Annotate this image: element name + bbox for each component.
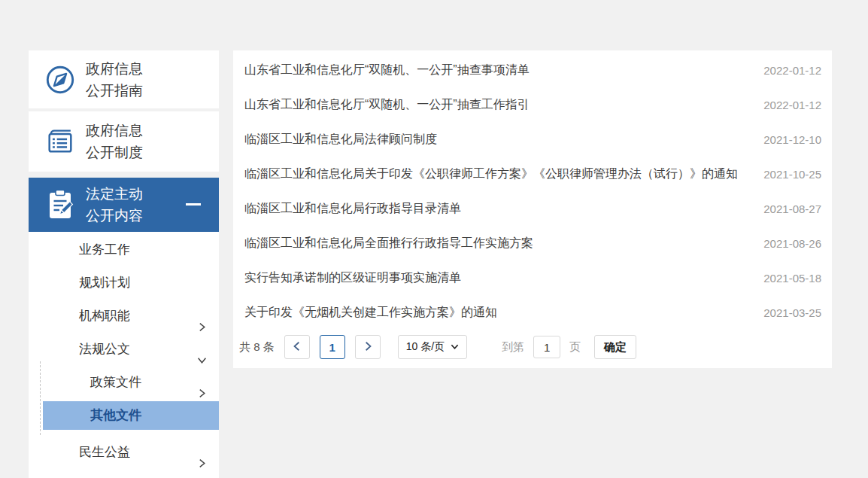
document-title-link[interactable]: 临淄区工业和信息化局关于印发《公职律师工作方案》《公职律师管理办法（试行）》的通… (244, 166, 754, 182)
chevron-right-icon (197, 448, 207, 478)
goto-page-input[interactable] (533, 336, 560, 358)
document-date: 2021-10-25 (763, 168, 821, 181)
page-size-select[interactable]: 10 条/页 (398, 335, 467, 359)
sidebar-section-header[interactable]: 法定主动公开内容 (29, 178, 219, 232)
document-title-link[interactable]: 临淄区工业和信息化局行政指导目录清单 (244, 201, 754, 217)
sidebar-item-other-documents[interactable]: 其他文件 (43, 401, 219, 430)
minus-icon[interactable] (186, 203, 201, 206)
chevron-left-icon (292, 341, 302, 354)
document-date: 2021-05-18 (763, 272, 821, 285)
document-date: 2021-12-10 (763, 133, 821, 146)
document-title-link[interactable]: 关于印发《无烟机关创建工作实施方案》的通知 (244, 305, 754, 321)
menu-label: 机构职能 (79, 309, 130, 323)
prev-page-button[interactable] (284, 335, 310, 359)
document-date: 2021-08-27 (763, 202, 821, 215)
document-title-link[interactable]: 临淄区工业和信息化局法律顾问制度 (244, 132, 754, 148)
menu-label: 业务工作 (79, 242, 130, 257)
sidebar-card-guide[interactable]: 政府信息公开指南 (29, 50, 219, 108)
document-title-link[interactable]: 山东省工业和信息化厅“双随机、一公开”抽查事项清单 (244, 62, 754, 78)
chevron-right-icon (363, 341, 373, 354)
sidebar-item-planning[interactable]: 规划计划 (29, 266, 219, 300)
list-item[interactable]: 临淄区工业和信息化局全面推行行政指导工作实施方案 2021-08-26 (233, 226, 832, 260)
list-item[interactable]: 临淄区工业和信息化局行政指导目录清单 2021-08-27 (233, 191, 832, 226)
pagination-bar: 共 8 条 1 10 条/页 到第 页 确定 (233, 335, 832, 359)
list-item[interactable]: 临淄区工业和信息化局关于印发《公职律师工作方案》《公职律师管理办法（试行）》的通… (233, 157, 832, 191)
document-title-link[interactable]: 临淄区工业和信息化局全面推行行政指导工作实施方案 (244, 236, 754, 251)
book-icon (44, 126, 77, 157)
sidebar-item-regulations[interactable]: 法规公文 (29, 333, 219, 366)
chevron-down-icon (451, 341, 459, 353)
clipboard-pen-icon (44, 188, 77, 221)
next-page-button[interactable] (355, 335, 381, 359)
document-date: 2022-01-12 (763, 64, 821, 77)
goto-page-suffix: 页 (569, 340, 581, 355)
list-item[interactable]: 临淄区工业和信息化局法律顾问制度 2021-12-10 (233, 122, 832, 157)
sidebar-item-organization[interactable]: 机构职能 (29, 300, 219, 333)
page-number-button[interactable]: 1 (320, 335, 345, 359)
list-item[interactable]: 山东省工业和信息化厅“双随机、一公开”抽查事项清单 2022-01-12 (233, 53, 832, 87)
sidebar-item-livelihood[interactable]: 民生公益 (29, 436, 219, 469)
list-item[interactable]: 山东省工业和信息化厅“双随机、一公开”抽查工作指引 2022-01-12 (233, 87, 832, 122)
confirm-button[interactable]: 确定 (594, 335, 636, 359)
document-title-link[interactable]: 实行告知承诺制的区级证明事项实施清单 (244, 270, 754, 286)
guide-label: 政府信息公开指南 (86, 58, 143, 102)
menu-label: 规划计划 (79, 276, 130, 290)
menu-label: 其他文件 (90, 408, 141, 422)
goto-page-prefix: 到第 (502, 340, 524, 355)
sidebar-item-business-work[interactable]: 业务工作 (29, 233, 219, 266)
sidebar-item-policy-documents[interactable]: 政策文件 (29, 366, 219, 399)
document-date: 2022-01-12 (763, 99, 821, 111)
menu-label: 民生公益 (79, 445, 130, 459)
sidebar-card-system[interactable]: 政府信息公开制度 (29, 111, 219, 172)
menu-label: 法规公文 (79, 342, 130, 356)
document-date: 2021-03-25 (763, 306, 821, 319)
system-label: 政府信息公开制度 (86, 120, 143, 163)
compass-icon (44, 64, 77, 96)
list-item[interactable]: 关于印发《无烟机关创建工作实施方案》的通知 2021-03-25 (233, 295, 832, 330)
menu-label: 政策文件 (90, 375, 141, 389)
document-date: 2021-08-26 (763, 237, 821, 250)
list-item[interactable]: 实行告知承诺制的区级证明事项实施清单 2021-05-18 (233, 260, 832, 295)
document-list: 山东省工业和信息化厅“双随机、一公开”抽查事项清单 2022-01-12 山东省… (233, 50, 832, 330)
page-size-label: 10 条/页 (406, 340, 445, 354)
sidebar-menu: 业务工作 规划计划 机构职能 法规公文 政策文件 其他文件 民生公益 (29, 232, 219, 478)
document-title-link[interactable]: 山东省工业和信息化厅“双随机、一公开”抽查工作指引 (244, 97, 754, 113)
section-label: 法定主动公开内容 (86, 183, 143, 227)
document-list-panel: 山东省工业和信息化厅“双随机、一公开”抽查事项清单 2022-01-12 山东省… (233, 50, 832, 368)
total-count-label: 共 8 条 (239, 340, 275, 355)
